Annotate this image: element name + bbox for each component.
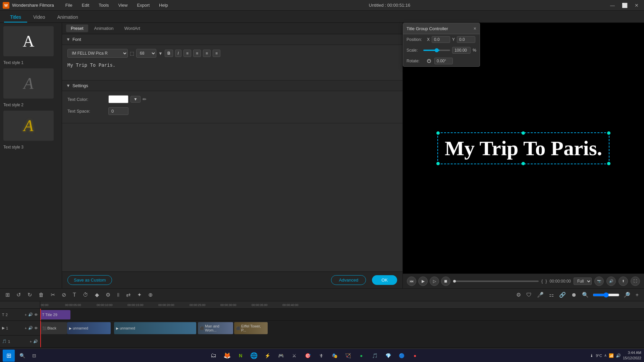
menu-export[interactable]: Export xyxy=(133,1,153,9)
taskbar-nvidia[interactable]: N xyxy=(234,350,247,362)
timeline-zoom-slider[interactable] xyxy=(593,292,620,298)
quality-select[interactable]: Full 1/2 1/4 xyxy=(574,278,592,285)
fullscreen-btn[interactable]: ⛶ xyxy=(631,277,640,286)
title-controller-close-btn[interactable]: × xyxy=(474,26,476,31)
timeline-cut-icon[interactable]: ✂ xyxy=(49,290,56,299)
timeline-shield-icon[interactable]: 🛡 xyxy=(525,291,533,299)
timeline-redo-icon[interactable]: ↻ xyxy=(26,290,33,299)
sub-tab-wordart[interactable]: WordArt xyxy=(119,24,145,32)
align-left-btn[interactable]: ≡ xyxy=(183,50,191,57)
timeline-magic-icon[interactable]: ✦ xyxy=(136,290,143,299)
search-button[interactable]: 🔍 xyxy=(16,351,28,360)
taskbar-chrome[interactable]: 🌐 xyxy=(248,350,260,362)
video-track-add-icon[interactable]: + xyxy=(25,326,27,330)
title-track-content[interactable]: T Title 29 xyxy=(40,309,644,320)
video-track-eye-icon[interactable]: 👁 xyxy=(34,326,38,330)
title-clip-29[interactable]: T Title 29 xyxy=(40,310,70,319)
taskbar-music[interactable]: ● xyxy=(355,350,367,362)
taskbar-app3[interactable]: ● xyxy=(409,350,421,362)
timeline-zoom-out-icon[interactable]: 🔍 xyxy=(581,290,590,299)
scrubber-handle[interactable] xyxy=(453,280,456,283)
taskbar-game2[interactable]: ⚔ xyxy=(288,350,300,362)
video-clip-eiffel[interactable]: ⬛ Eiffel Tower, P... xyxy=(234,322,268,334)
bold-btn[interactable]: B xyxy=(165,50,173,57)
timeline-text-icon[interactable]: T xyxy=(71,291,77,299)
timeline-no-clip-icon[interactable]: ⊘ xyxy=(60,290,67,299)
menu-edit[interactable]: Edit xyxy=(78,1,93,9)
handle-bottom-right[interactable] xyxy=(607,162,610,165)
timeline-delete-icon[interactable]: 🗑 xyxy=(37,291,45,299)
video-clip-black[interactable]: ⬛ Black xyxy=(40,322,67,334)
menu-tools[interactable]: Tools xyxy=(95,1,112,9)
timeline-settings2-icon[interactable]: ⚙ xyxy=(515,290,522,299)
color-dropdown-btn[interactable]: ▼ xyxy=(130,96,141,103)
sub-tab-preset[interactable]: Preset xyxy=(66,24,88,32)
handle-top-center[interactable] xyxy=(522,131,525,135)
text-style-2[interactable]: A xyxy=(3,68,54,99)
scale-input[interactable] xyxy=(452,47,471,54)
handle-top-right[interactable] xyxy=(607,131,610,135)
close-btn[interactable]: ✕ xyxy=(632,1,641,10)
font-family-select[interactable]: IM FELL DW Pica R xyxy=(67,49,128,58)
align-justify-btn[interactable]: ≡ xyxy=(213,50,220,57)
handle-bottom-left[interactable] xyxy=(436,162,440,165)
position-x-input[interactable] xyxy=(432,36,450,43)
task-view-button[interactable]: ⊟ xyxy=(30,351,39,360)
tab-video[interactable]: Video xyxy=(27,12,51,22)
taskbar-filemanager[interactable]: 🗂 xyxy=(208,350,220,362)
settings-section-header[interactable]: ▼ Settings xyxy=(62,80,402,91)
maximize-btn[interactable]: ⬜ xyxy=(620,1,629,10)
timeline-snap-icon[interactable]: ⊕ xyxy=(147,290,154,299)
audio-track-vol-icon[interactable]: 🔊 xyxy=(33,339,38,344)
timeline-link-icon[interactable]: 🔗 xyxy=(558,290,567,299)
save-custom-button[interactable]: Save as Custom xyxy=(67,275,112,285)
title-track-add-icon[interactable]: + xyxy=(25,313,27,317)
taskbar-game4[interactable]: 🗡 xyxy=(315,350,327,362)
menu-view[interactable]: View xyxy=(115,1,131,9)
menu-help[interactable]: Help xyxy=(156,1,171,9)
menu-file[interactable]: File xyxy=(62,1,76,9)
audio-track-content[interactable] xyxy=(40,336,644,347)
text-style-1[interactable]: A xyxy=(3,26,54,56)
rotate-input[interactable] xyxy=(434,58,453,64)
taskbar-epic[interactable]: ⚡ xyxy=(261,350,273,362)
timeline-mixer-icon[interactable]: ⚏ xyxy=(548,290,555,299)
taskbar-game6[interactable]: 🏹 xyxy=(342,350,354,362)
text-space-input[interactable] xyxy=(108,107,128,115)
scale-slider[interactable] xyxy=(423,50,450,51)
handle-bottom-center[interactable] xyxy=(522,162,525,165)
rotate-dial[interactable] xyxy=(427,59,431,63)
taskbar-app2[interactable]: 🔵 xyxy=(395,350,408,362)
timeline-ruler[interactable]: 00:00 00:00:05:00 00:00:10:00 00:00:15:0… xyxy=(40,301,644,308)
timeline-transition-icon[interactable]: ⇄ xyxy=(125,290,132,299)
video-clip-unnamed-1[interactable]: ▶ unnamed xyxy=(67,322,111,334)
timeline-settings-icon[interactable]: ⚙ xyxy=(104,290,112,299)
start-button[interactable]: ⊞ xyxy=(3,350,15,362)
ok-button[interactable]: OK xyxy=(372,275,397,285)
minimize-btn[interactable]: — xyxy=(608,1,617,10)
video-track-vol-icon[interactable]: 🔊 xyxy=(28,326,33,330)
font-size-select[interactable]: 68 xyxy=(136,49,156,58)
text-style-3[interactable]: A xyxy=(3,111,54,141)
taskbar-game3[interactable]: 🎯 xyxy=(302,350,314,362)
timeline-add-icon[interactable]: + xyxy=(634,291,640,299)
timeline-split-icon[interactable]: ⫴ xyxy=(116,291,121,299)
taskbar-media[interactable]: 🎵 xyxy=(369,350,381,362)
font-section-header[interactable]: ▼ Font xyxy=(62,34,402,45)
taskbar-game5[interactable]: 🎭 xyxy=(328,350,340,362)
audio-btn[interactable]: 🔊 xyxy=(606,277,616,286)
video-clip-manwom[interactable]: ⬛ Man and Wom... xyxy=(198,322,233,334)
stop-btn[interactable]: ⏹ xyxy=(441,277,450,286)
align-center-btn[interactable]: ≡ xyxy=(193,50,201,57)
handle-top-left[interactable] xyxy=(436,131,440,135)
align-right-btn[interactable]: ≡ xyxy=(203,50,211,57)
title-controller-header[interactable]: Title Group Controller × xyxy=(403,23,480,34)
taskbar-game1[interactable]: 🎮 xyxy=(275,350,287,362)
text-input[interactable]: My Trip To Paris. xyxy=(67,60,397,75)
title-track-lock-icon[interactable]: 🔊 xyxy=(28,312,33,317)
audio-track-add-icon[interactable]: + xyxy=(30,340,32,344)
video-clip-unnamed-2[interactable]: ▶ unnamed xyxy=(114,322,196,334)
italic-btn[interactable]: I xyxy=(175,50,181,57)
taskbar-app1[interactable]: 💎 xyxy=(382,350,394,362)
skip-back-btn[interactable]: ⏮ xyxy=(407,277,416,286)
